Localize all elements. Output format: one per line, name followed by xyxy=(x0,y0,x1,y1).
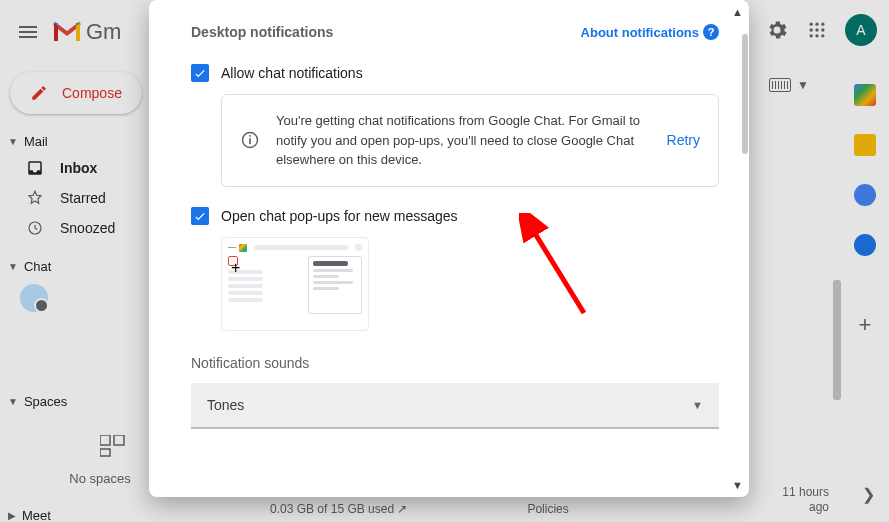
dialog-title: Desktop notifications xyxy=(191,24,333,40)
allow-chat-notifications-checkbox[interactable] xyxy=(191,64,209,82)
notification-sounds-header: Notification sounds xyxy=(191,355,719,371)
chevron-down-icon: ▼ xyxy=(692,399,703,411)
allow-chat-label: Allow chat notifications xyxy=(221,65,363,81)
svg-rect-14 xyxy=(249,139,251,145)
dropdown-value: Tones xyxy=(207,397,244,413)
info-icon xyxy=(240,130,260,150)
open-popups-label: Open chat pop-ups for new messages xyxy=(221,208,458,224)
about-notifications-link[interactable]: About notifications ? xyxy=(581,24,719,40)
settings-dialog: ▲ ▼ Desktop notifications About notifica… xyxy=(149,0,749,497)
retry-button[interactable]: Retry xyxy=(667,132,700,148)
help-icon: ? xyxy=(703,24,719,40)
notification-sounds-dropdown[interactable]: Tones ▼ xyxy=(191,383,719,429)
notice-box: You're getting chat notifications from G… xyxy=(221,94,719,187)
open-popups-checkbox[interactable] xyxy=(191,207,209,225)
notice-text: You're getting chat notifications from G… xyxy=(276,111,651,170)
popup-preview-image: + xyxy=(221,237,369,331)
svg-rect-15 xyxy=(249,135,251,137)
